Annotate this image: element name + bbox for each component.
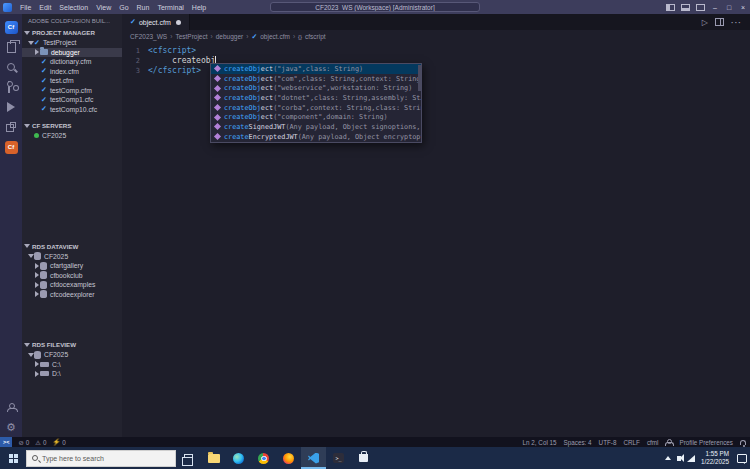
chrome-button[interactable] <box>251 447 276 469</box>
customize-layout-icon[interactable] <box>696 4 705 11</box>
tray-chevron-up-icon[interactable] <box>665 456 671 460</box>
dataview-item-cfartgallery[interactable]: cfartgallery <box>22 261 122 271</box>
store-button[interactable] <box>351 447 376 469</box>
run-file-icon[interactable]: ▷ <box>702 18 708 27</box>
search-icon[interactable] <box>0 57 22 77</box>
close-button[interactable]: × <box>736 0 750 14</box>
fileview-item-c-drive[interactable]: C:\ <box>22 360 122 370</box>
cf-logo-icon: Cf <box>5 21 18 34</box>
cursor-position[interactable]: Ln 2, Col 15 <box>523 439 557 446</box>
taskbar-clock[interactable]: 1:55 PM 1/22/2025 <box>701 450 729 466</box>
section-project-manager[interactable]: PROJECT MANAGER <box>22 27 122 38</box>
suggestion-item[interactable]: createObject("java",class: String) <box>211 64 421 74</box>
notifications-bell-icon[interactable] <box>740 440 746 445</box>
network-icon[interactable] <box>687 455 695 462</box>
menu-go[interactable]: Go <box>115 4 132 11</box>
section-cf-servers[interactable]: CF SERVERS <box>22 120 122 131</box>
maximize-button[interactable]: □ <box>722 0 736 14</box>
tree-item-testcomp1-cfc[interactable]: ✓ testComp1.cfc <box>22 95 122 105</box>
dataview-item-cf2025[interactable]: CF2025 <box>22 252 122 262</box>
explorer-icon[interactable] <box>0 37 22 57</box>
remote-indicator[interactable]: >< <box>0 437 12 447</box>
warnings-indicator[interactable]: ⚠0 <box>35 439 46 446</box>
popup-scrollbar[interactable] <box>418 65 421 91</box>
breadcrumb-item[interactable]: cfscript <box>305 33 326 40</box>
modified-dot-icon[interactable] <box>176 20 181 25</box>
indentation[interactable]: Spaces: 4 <box>564 439 592 446</box>
tree-item-testcomp-cfm[interactable]: ✓ testComp.cfm <box>22 86 122 96</box>
section-rds-dataview[interactable]: RDS DATAVIEW <box>22 241 122 252</box>
settings-gear-icon[interactable]: ⚙ <box>0 417 22 437</box>
taskbar-search-input[interactable]: Type here to search <box>26 450 176 467</box>
tree-item-index-cfm[interactable]: ✓ index.cfm <box>22 67 122 77</box>
tab-object-cfm[interactable]: ✓ object.cfm <box>122 14 190 30</box>
menu-file[interactable]: File <box>16 4 35 11</box>
extensions-icon[interactable] <box>0 117 22 137</box>
sidebar: ADOBE COLDFUSION BUIL... PROJECT MANAGER… <box>22 14 122 437</box>
minimize-button[interactable]: – <box>708 0 722 14</box>
vscode-button[interactable] <box>301 447 326 469</box>
code-line[interactable]: 1 <cfscript> <box>122 46 750 56</box>
action-center-icon[interactable] <box>737 454 747 463</box>
window-title-search[interactable]: CF2023_WS (Workspace) [Administrator] <box>270 2 480 12</box>
run-debug-icon[interactable] <box>0 97 22 117</box>
breadcrumb-item[interactable]: TestProject <box>175 33 207 40</box>
chevron-right-icon <box>34 291 40 297</box>
suggestion-item[interactable]: createObject("webservice",workstation: S… <box>211 83 421 93</box>
code-editor[interactable]: 1 <cfscript> 2 createobj 3 </cfscript> <box>122 43 750 437</box>
breadcrumb-item[interactable]: object.cfm <box>260 33 290 40</box>
cf-file-icon: ✓ <box>41 86 47 94</box>
tree-item-dictionary-cfm[interactable]: ✓ dictionary.cfm <box>22 57 122 67</box>
section-rds-fileview[interactable]: RDS FILEVIEW <box>22 339 122 350</box>
tree-item-testproject[interactable]: ✓ TestProject <box>22 38 122 48</box>
encoding[interactable]: UTF-8 <box>599 439 617 446</box>
menu-view[interactable]: View <box>92 4 115 11</box>
breadcrumb-item[interactable]: CF2023_WS <box>130 33 167 40</box>
errors-indicator[interactable]: ⊘0 <box>18 439 29 446</box>
ports-indicator[interactable]: ⚡0 <box>52 438 65 446</box>
menu-run[interactable]: Run <box>133 4 154 11</box>
tree-item-testcomp10-cfc[interactable]: ✓ testComp10.cfc <box>22 105 122 115</box>
suggestion-item[interactable]: createObject("dotnet",class: String,asse… <box>211 93 421 103</box>
suggestion-item[interactable]: createObject("corba",context: String,cla… <box>211 103 421 113</box>
language-mode[interactable]: cfml <box>647 439 659 446</box>
dataview-item-cfcodeexplorer[interactable]: cfcodeexplorer <box>22 290 122 300</box>
suggestion-item[interactable]: createSignedJWT(Any payload, Object sign… <box>211 122 421 132</box>
firefox-button[interactable] <box>276 447 301 469</box>
task-view-button[interactable] <box>176 447 201 469</box>
dataview-item-cfbookclub[interactable]: cfbookclub <box>22 271 122 281</box>
tree-item-test-cfm[interactable]: ✓ test.cfm <box>22 76 122 86</box>
coldfusion-builder-logo[interactable]: Cf <box>0 17 22 37</box>
profile-preferences[interactable]: Profile Preferences <box>679 439 733 446</box>
start-button[interactable] <box>0 447 26 469</box>
toggle-sidebar-icon[interactable] <box>666 4 675 11</box>
coldfusion-extension-icon[interactable]: Cf <box>0 137 22 157</box>
suggestion-item[interactable]: createObject("com",class: String,context… <box>211 74 421 84</box>
toggle-panel-icon[interactable] <box>681 4 690 11</box>
fileview-item-cf2025[interactable]: CF2025 <box>22 350 122 360</box>
suggestion-item[interactable]: createEncryptedJWT(Any payload, Object e… <box>211 132 421 142</box>
fileview-item-d-drive[interactable]: D:\ <box>22 369 122 379</box>
menu-terminal[interactable]: Terminal <box>153 4 187 11</box>
account-icon[interactable] <box>0 397 22 417</box>
chevron-down-icon <box>28 40 34 46</box>
chevron-right-icon <box>34 282 40 288</box>
terminal-button[interactable]: >_ <box>326 447 351 469</box>
split-editor-icon[interactable] <box>715 18 724 26</box>
server-item-cf2025[interactable]: CF2025 <box>22 131 122 141</box>
volume-icon[interactable] <box>677 456 681 461</box>
profile-icon[interactable] <box>665 439 672 446</box>
more-actions-icon[interactable] <box>731 18 742 27</box>
eol-sequence[interactable]: CRLF <box>623 439 639 446</box>
menu-selection[interactable]: Selection <box>55 4 92 11</box>
file-explorer-button[interactable] <box>201 447 226 469</box>
source-control-icon[interactable] <box>0 77 22 97</box>
menu-help[interactable]: Help <box>188 4 210 11</box>
menu-edit[interactable]: Edit <box>35 4 55 11</box>
dataview-item-cfdocexamples[interactable]: cfdocexamples <box>22 280 122 290</box>
chevron-down-icon <box>24 342 30 348</box>
breadcrumb-item[interactable]: debugger <box>216 33 243 40</box>
edge-button[interactable] <box>226 447 251 469</box>
tree-item-debugger[interactable]: debugger <box>22 48 122 58</box>
suggestion-item[interactable]: createObject("component",domain: String) <box>211 112 421 122</box>
